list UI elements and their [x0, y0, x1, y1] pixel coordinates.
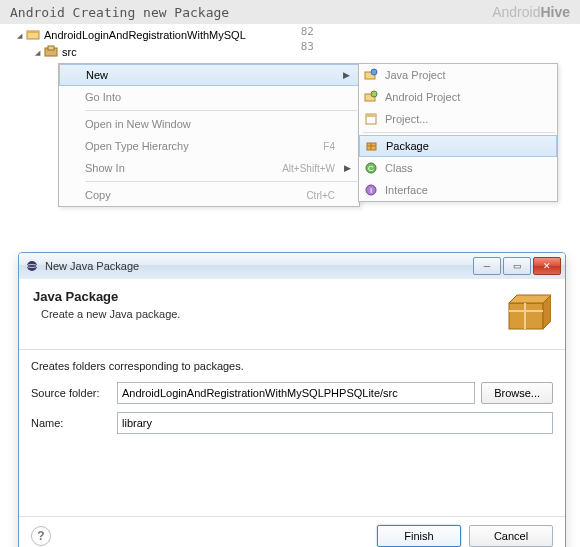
package-icon: [364, 138, 380, 154]
project-icon: [26, 28, 42, 42]
menu-open-new-window[interactable]: Open in New Window: [59, 113, 359, 135]
brand-logo: AndroidHive: [492, 4, 570, 20]
submenu-package[interactable]: Package: [359, 135, 557, 157]
line-numbers: 82 83: [301, 24, 314, 54]
submenu-interface[interactable]: I Interface: [359, 179, 557, 201]
new-package-dialog: New Java Package ─ ▭ ✕ Java Package Crea…: [18, 252, 566, 547]
menu-separator: [363, 132, 555, 133]
new-submenu: Java Project Android Project Project... …: [358, 63, 558, 202]
tree-project-label: AndroidLoginAndRegistrationWithMySQL: [44, 29, 246, 41]
svg-point-17: [27, 261, 37, 271]
dialog-heading: Java Package: [33, 289, 180, 304]
expand-arrow-icon[interactable]: [32, 47, 42, 57]
submenu-java-project[interactable]: Java Project: [359, 64, 557, 86]
page-title: Android Creating new Package: [10, 5, 229, 20]
tree-src-row[interactable]: src: [14, 43, 580, 60]
eclipse-icon: [25, 259, 39, 273]
svg-rect-1: [27, 31, 39, 33]
dialog-titlebar[interactable]: New Java Package ─ ▭ ✕: [19, 253, 565, 279]
close-button[interactable]: ✕: [533, 257, 561, 275]
dialog-title: New Java Package: [45, 260, 467, 272]
src-folder-icon: [44, 45, 60, 59]
class-icon: C: [363, 160, 379, 176]
menu-separator: [85, 181, 357, 182]
submenu-project[interactable]: Project...: [359, 108, 557, 130]
menu-go-into[interactable]: Go Into: [59, 86, 359, 108]
svg-text:C: C: [368, 164, 374, 173]
ide-background: AndroidLoginAndRegistrationWithMySQL src…: [0, 24, 580, 242]
maximize-button[interactable]: ▭: [503, 257, 531, 275]
shortcut-text: F4: [323, 141, 349, 152]
svg-rect-3: [48, 46, 54, 50]
java-project-icon: [363, 67, 379, 83]
svg-point-5: [371, 69, 377, 75]
source-folder-label: Source folder:: [31, 387, 111, 399]
android-project-icon: [363, 89, 379, 105]
menu-open-type-hierarchy[interactable]: Open Type Hierarchy F4: [59, 135, 359, 157]
menu-copy[interactable]: Copy Ctrl+C: [59, 184, 359, 206]
project-icon: [363, 111, 379, 127]
dialog-description: Creates folders corresponding to package…: [31, 360, 553, 372]
tree-src-label: src: [62, 46, 77, 58]
cancel-button[interactable]: Cancel: [469, 525, 553, 547]
shortcut-text: Ctrl+C: [306, 190, 349, 201]
dialog-subheading: Create a new Java package.: [33, 308, 180, 320]
svg-rect-9: [366, 114, 376, 117]
menu-separator: [85, 110, 357, 111]
dialog-footer: ? Finish Cancel: [19, 516, 565, 547]
shortcut-text: Alt+Shift+W: [282, 163, 349, 174]
interface-icon: I: [363, 182, 379, 198]
finish-button[interactable]: Finish: [377, 525, 461, 547]
expand-arrow-icon[interactable]: [14, 30, 24, 40]
context-menu: New ▶ Go Into Open in New Window Open Ty…: [58, 63, 360, 207]
page-header: Android Creating new Package AndroidHive: [0, 0, 580, 24]
submenu-arrow-icon: ▶: [344, 163, 351, 173]
submenu-class[interactable]: C Class: [359, 157, 557, 179]
dialog-header: Java Package Create a new Java package.: [19, 279, 565, 350]
dialog-body: Creates folders corresponding to package…: [19, 350, 565, 516]
help-button[interactable]: ?: [31, 526, 51, 546]
submenu-arrow-icon: ▶: [343, 70, 350, 80]
name-label: Name:: [31, 417, 111, 429]
submenu-android-project[interactable]: Android Project: [359, 86, 557, 108]
menu-new[interactable]: New ▶: [59, 64, 359, 86]
minimize-button[interactable]: ─: [473, 257, 501, 275]
browse-button[interactable]: Browse...: [481, 382, 553, 404]
svg-point-7: [371, 91, 377, 97]
name-input[interactable]: [117, 412, 553, 434]
source-folder-input[interactable]: [117, 382, 475, 404]
tree-project-row[interactable]: AndroidLoginAndRegistrationWithMySQL: [14, 26, 580, 43]
svg-text:I: I: [370, 186, 372, 195]
menu-show-in[interactable]: Show In Alt+Shift+W ▶: [59, 157, 359, 179]
package-artwork-icon: [503, 289, 551, 337]
